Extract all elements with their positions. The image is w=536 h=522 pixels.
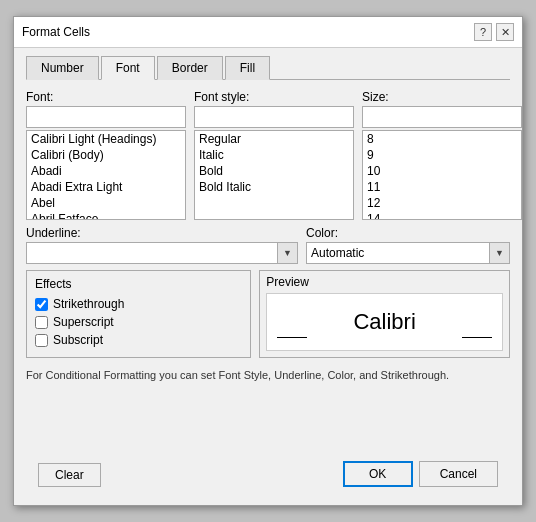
format-cells-dialog: Format Cells ? ✕ Number Font Border Fill… bbox=[13, 16, 523, 506]
font-list[interactable]: Calibri Light (Headings) Calibri (Body) … bbox=[26, 130, 186, 220]
color-value: Automatic bbox=[307, 244, 489, 262]
preview-box: Calibri bbox=[266, 293, 503, 351]
info-text: For Conditional Formatting you can set F… bbox=[26, 364, 510, 393]
list-item[interactable]: 14 bbox=[363, 211, 521, 220]
preview-group: Preview Calibri bbox=[259, 270, 510, 358]
superscript-checkbox[interactable] bbox=[35, 316, 48, 329]
effects-title: Effects bbox=[35, 277, 242, 291]
size-input[interactable] bbox=[362, 106, 522, 128]
list-item[interactable]: Bold bbox=[195, 163, 353, 179]
underline-column: Underline: ▼ bbox=[26, 226, 298, 264]
list-item[interactable]: Abril Fatface bbox=[27, 211, 185, 220]
underline-color-row: Underline: ▼ Color: Automatic ▼ bbox=[26, 226, 510, 264]
font-column: Font: Calibri Light (Headings) Calibri (… bbox=[26, 90, 186, 220]
ok-button[interactable]: OK bbox=[343, 461, 413, 487]
size-list[interactable]: 8 9 10 11 12 14 bbox=[362, 130, 522, 220]
list-item[interactable]: Italic bbox=[195, 147, 353, 163]
list-item[interactable]: Bold Italic bbox=[195, 179, 353, 195]
font-label: Font: bbox=[26, 90, 186, 104]
subscript-label: Subscript bbox=[53, 333, 103, 347]
underline-dropdown-arrow[interactable]: ▼ bbox=[277, 243, 297, 263]
list-item[interactable]: Regular bbox=[195, 131, 353, 147]
footer-left: Clear bbox=[38, 461, 337, 487]
font-style-size-row: Font: Calibri Light (Headings) Calibri (… bbox=[26, 90, 510, 220]
font-input[interactable] bbox=[26, 106, 186, 128]
preview-line-left bbox=[277, 337, 307, 338]
list-item[interactable]: 11 bbox=[363, 179, 521, 195]
color-select[interactable]: Automatic ▼ bbox=[306, 242, 510, 264]
subscript-checkbox[interactable] bbox=[35, 334, 48, 347]
list-item[interactable]: Abadi Extra Light bbox=[27, 179, 185, 195]
list-item[interactable]: 8 bbox=[363, 131, 521, 147]
underline-value bbox=[27, 251, 277, 255]
underline-label: Underline: bbox=[26, 226, 298, 240]
superscript-label: Superscript bbox=[53, 315, 114, 329]
title-bar-controls: ? ✕ bbox=[474, 23, 514, 41]
list-item[interactable]: 10 bbox=[363, 163, 521, 179]
effects-preview-row: Effects Strikethrough Superscript Subscr… bbox=[26, 270, 510, 358]
clear-button[interactable]: Clear bbox=[38, 463, 101, 487]
list-item[interactable]: Abadi bbox=[27, 163, 185, 179]
size-label: Size: bbox=[362, 90, 522, 104]
style-input[interactable] bbox=[194, 106, 354, 128]
style-column: Font style: Regular Italic Bold Bold Ita… bbox=[194, 90, 354, 220]
help-button[interactable]: ? bbox=[474, 23, 492, 41]
underline-select[interactable]: ▼ bbox=[26, 242, 298, 264]
color-column: Color: Automatic ▼ bbox=[306, 226, 510, 264]
list-item[interactable]: Calibri (Body) bbox=[27, 147, 185, 163]
tab-fill[interactable]: Fill bbox=[225, 56, 270, 80]
list-item[interactable]: Calibri Light (Headings) bbox=[27, 131, 185, 147]
footer: Clear OK Cancel bbox=[26, 455, 510, 497]
tab-border[interactable]: Border bbox=[157, 56, 223, 80]
tab-bar: Number Font Border Fill bbox=[26, 56, 510, 80]
preview-underlines bbox=[277, 337, 492, 338]
preview-line-right bbox=[462, 337, 492, 338]
color-dropdown-arrow[interactable]: ▼ bbox=[489, 243, 509, 263]
color-label: Color: bbox=[306, 226, 510, 240]
cancel-button[interactable]: Cancel bbox=[419, 461, 498, 487]
tab-font[interactable]: Font bbox=[101, 56, 155, 80]
title-bar: Format Cells ? ✕ bbox=[14, 17, 522, 48]
style-list[interactable]: Regular Italic Bold Bold Italic bbox=[194, 130, 354, 220]
effects-group: Effects Strikethrough Superscript Subscr… bbox=[26, 270, 251, 358]
superscript-row: Superscript bbox=[35, 315, 242, 329]
preview-text: Calibri bbox=[353, 309, 415, 335]
list-item[interactable]: 12 bbox=[363, 195, 521, 211]
dialog-title: Format Cells bbox=[22, 25, 90, 39]
tab-number[interactable]: Number bbox=[26, 56, 99, 80]
strikethrough-label: Strikethrough bbox=[53, 297, 124, 311]
strikethrough-checkbox[interactable] bbox=[35, 298, 48, 311]
close-button[interactable]: ✕ bbox=[496, 23, 514, 41]
list-item[interactable]: 9 bbox=[363, 147, 521, 163]
size-column: Size: 8 9 10 11 12 14 bbox=[362, 90, 522, 220]
dialog-body: Number Font Border Fill Font: Calibri Li… bbox=[14, 48, 522, 505]
style-label: Font style: bbox=[194, 90, 354, 104]
preview-title: Preview bbox=[260, 271, 509, 291]
list-item[interactable]: Abel bbox=[27, 195, 185, 211]
subscript-row: Subscript bbox=[35, 333, 242, 347]
strikethrough-row: Strikethrough bbox=[35, 297, 242, 311]
